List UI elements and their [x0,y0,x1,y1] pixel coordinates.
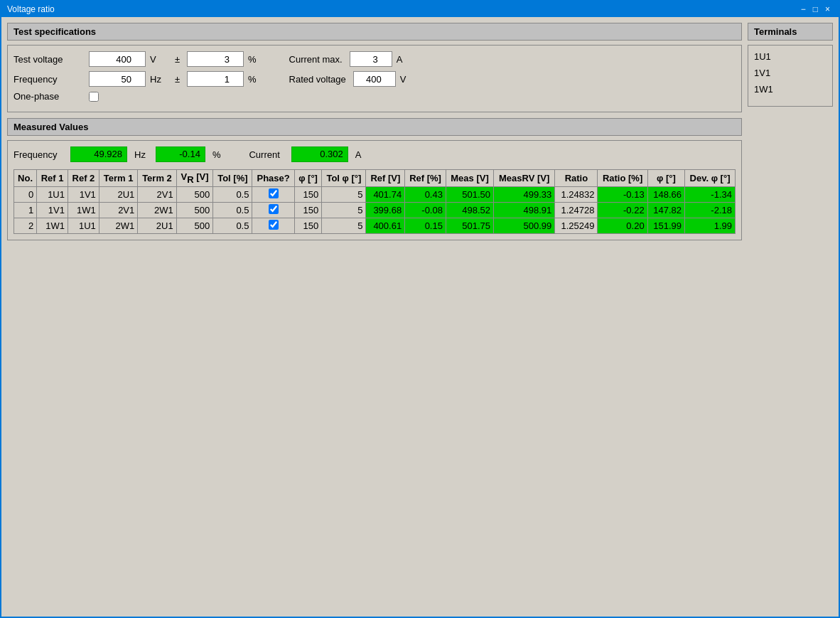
measured-current-unit: A [355,149,362,160]
maximize-button[interactable]: □ [810,4,821,14]
test-voltage-tol-unit: % [248,54,257,65]
rated-voltage-unit: V [400,74,406,85]
table-cell: 0.5 [213,186,252,202]
table-cell: 0.43 [405,186,446,202]
col-ratio-pct: Ratio [%] [598,170,647,187]
frequency-label: Frequency [14,74,85,85]
current-max-label: Current max. [289,54,343,65]
table-cell: 2V1 [99,202,137,218]
col-meas-v: Meas [V] [446,170,493,187]
frequency-tol-input[interactable] [187,71,244,87]
table-cell[interactable] [252,218,294,233]
current-max-input[interactable] [350,51,392,67]
one-phase-checkbox[interactable] [89,92,99,102]
one-phase-label: One-phase [14,91,85,102]
terminals-box: 1U11V11W1 [748,45,833,107]
phase-checkbox[interactable] [269,188,279,198]
col-phase: Phase? [252,170,294,187]
col-no: No. [14,170,37,187]
table-cell: 0 [14,186,37,202]
table-cell: 500 [176,218,213,233]
col-ref-pct: Ref [%] [405,170,446,187]
table-cell: 401.74 [366,186,405,202]
test-voltage-unit: V [150,54,168,65]
test-specs-section: Test specifications Test voltage V ± % C… [7,23,742,112]
table-cell: 5 [322,218,366,233]
terminal-item: 1W1 [754,84,826,95]
measured-frequency-label: Frequency [14,149,63,160]
measured-row: Frequency 49.928 Hz -0.14 % Current 0.30… [14,146,736,162]
table-cell: 501.75 [446,218,493,233]
main-panel: Test specifications Test voltage V ± % C… [7,23,742,246]
measured-frequency-value: 49.928 [70,146,127,162]
table-cell[interactable] [252,186,294,202]
table-cell: 0.15 [405,218,446,233]
col-dev-phi: Dev. φ [°] [685,170,736,187]
test-voltage-label: Test voltage [14,54,85,65]
table-cell: 5 [322,202,366,218]
col-ratio: Ratio [555,170,598,187]
col-ref-v: Ref [V] [366,170,405,187]
col-ref2: Ref 2 [68,170,99,187]
table-cell: 5 [322,186,366,202]
frequency-unit: Hz [150,74,168,85]
table-cell: 1.25249 [555,218,598,233]
col-term1: Term 1 [99,170,137,187]
table-cell: 399.68 [366,202,405,218]
current-label-measured: Current [249,149,279,160]
table-cell: 400.61 [366,218,405,233]
table-cell: 1 [14,202,37,218]
table-cell: 1U1 [68,218,99,233]
table-cell[interactable] [252,202,294,218]
col-phi-deg: φ [°] [647,170,684,187]
measured-values-header: Measured Values [7,118,742,136]
test-specs-header: Test specifications [7,23,742,41]
table-row: 11V11W12V12W15000.51505399.68-0.08498.52… [14,202,736,218]
table-cell: 500 [176,186,213,202]
current-max-group: Current max. A [289,51,403,67]
terminal-item: 1V1 [754,68,826,78]
table-cell: 2U1 [138,218,176,233]
measured-frequency-unit: Hz [134,149,146,160]
table-cell: 1U1 [37,186,68,202]
frequency-input[interactable] [89,71,146,87]
one-phase-row: One-phase [14,91,736,102]
table-cell: 150 [294,186,321,202]
table-cell: 0.5 [213,202,252,218]
window-controls: − □ × [798,4,833,14]
table-cell: -0.08 [405,202,446,218]
table-cell: 2V1 [138,186,176,202]
table-cell: 0.20 [598,218,647,233]
minimize-button[interactable]: − [798,4,809,14]
test-voltage-pm: ± [172,54,183,65]
table-cell: 501.50 [446,186,493,202]
rated-voltage-input[interactable] [353,71,396,87]
table-cell: 1V1 [37,202,68,218]
col-term2: Term 2 [138,170,176,187]
table-cell: 1.24728 [555,202,598,218]
table-cell: -1.34 [685,186,736,202]
col-meas-rv: MeasRV [V] [494,170,555,187]
close-button[interactable]: × [822,4,833,14]
test-voltage-tol-input[interactable] [187,51,244,67]
phase-checkbox[interactable] [269,220,279,230]
col-tol-phi: Tol φ [°] [322,170,366,187]
col-ref1: Ref 1 [37,170,68,187]
test-voltage-input[interactable] [89,51,146,67]
col-phi: φ [°] [294,170,321,187]
title-bar: Voltage ratio − □ × [1,1,839,17]
table-cell: 1V1 [68,186,99,202]
rated-voltage-label: Rated voltage [289,74,346,85]
terminals-panel: Terminals 1U11V11W1 [748,23,833,246]
table-cell: 150 [294,218,321,233]
table-header-row: No. Ref 1 Ref 2 Term 1 Term 2 VR [V] Tol… [14,170,736,187]
col-vr: VR [V] [176,170,213,187]
measured-current-value: 0.302 [291,146,348,162]
phase-checkbox[interactable] [269,204,279,214]
table-cell: 148.66 [647,186,684,202]
content-area: Test specifications Test voltage V ± % C… [1,17,839,252]
frequency-row: Frequency Hz ± % Rated voltage V [14,71,736,87]
table-cell: 1W1 [68,202,99,218]
table-cell: 151.99 [647,218,684,233]
table-cell: 0.5 [213,218,252,233]
